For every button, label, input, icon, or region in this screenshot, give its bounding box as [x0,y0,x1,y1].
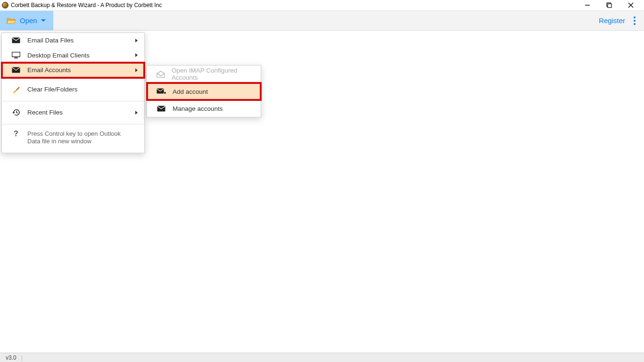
menu-item-clear-file-folders[interactable]: Clear File/Folders [2,78,144,101]
submenu-add-account[interactable]: Add account [147,83,261,100]
menu-item-label: Email Accounts [27,66,71,74]
status-bar: v3.0 | [0,353,644,362]
envelope-open-icon [157,70,165,78]
email-accounts-submenu: Open IMAP Configured Accounts Add accoun… [147,65,261,117]
menu-item-desktop-clients[interactable]: Desktop Email Clients [2,48,144,63]
svg-rect-6 [12,52,20,57]
submenu-manage-accounts[interactable]: Manage accounts [147,100,261,117]
menu-item-label: Recent Files [27,109,63,116]
envelope-icon [157,105,166,112]
menu-item-recent-files[interactable]: Recent Files [2,101,144,124]
submenu-label: Open IMAP Configured Accounts [172,67,254,81]
menu-item-email-accounts[interactable]: Email Accounts [2,63,144,78]
titlebar: Corbett Backup & Restore Wizard - A Prod… [0,0,644,10]
history-icon [11,109,21,116]
main-toolbar: Open Register [0,10,644,31]
submenu-open-imap: Open IMAP Configured Accounts [147,66,261,82]
menu-hint-text: Press Control key to open Outlook Data f… [27,130,131,146]
broom-icon [11,86,21,93]
envelope-icon [11,37,21,44]
kebab-menu-button[interactable] [634,14,636,28]
minimize-button[interactable] [581,0,594,10]
menu-item-email-data-files[interactable]: Email Data Files [2,33,144,48]
menu-item-label: Email Data Files [27,37,74,44]
envelope-plus-icon [157,88,166,95]
statusbar-divider: | [21,354,23,361]
envelope-icon [11,66,21,74]
app-icon [2,2,8,8]
close-button[interactable] [624,0,637,10]
open-dropdown-menu: Email Data Files Desktop Email Clients E… [1,33,145,153]
maximize-button[interactable] [603,0,616,10]
submenu-label: Manage accounts [173,105,223,112]
version-label: v3.0 [6,354,17,361]
menu-hint: ? Press Control key to open Outlook Data… [2,124,144,153]
svg-line-10 [17,87,19,90]
register-link[interactable]: Register [599,16,625,25]
menu-item-label: Desktop Email Clients [27,52,90,59]
chevron-down-icon [41,19,46,22]
menu-item-label: Clear File/Folders [27,86,78,93]
window-title: Corbett Backup & Restore Wizard - A Prod… [11,2,162,8]
open-menu-button[interactable]: Open [0,11,53,30]
submenu-label: Add account [173,88,208,95]
window-controls [581,0,642,10]
svg-rect-2 [608,4,611,8]
open-menu-label: Open [20,16,37,25]
question-icon: ? [11,130,21,138]
folder-open-icon [7,17,16,25]
monitor-icon [11,51,21,59]
